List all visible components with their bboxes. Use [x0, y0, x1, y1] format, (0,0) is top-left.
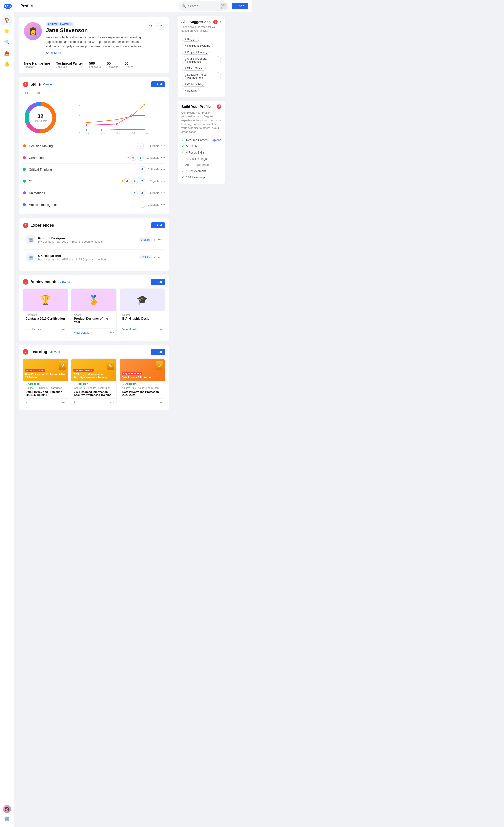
exp-title: UX Researcher: [38, 254, 136, 258]
meta-jobrole: Technical Writer Job Role: [56, 61, 83, 68]
achievement-body: Certificate Camtasia 2019 Certification: [23, 311, 68, 325]
learning-footer: ℹ •••: [71, 398, 116, 406]
svg-text:0: 0: [79, 132, 80, 134]
learning-title-overlay: 2024 Degreed Information Security Awaren…: [73, 373, 114, 379]
profile-actions: ⚙ •••: [147, 22, 164, 30]
achievement-menu-button[interactable]: •••: [62, 327, 66, 331]
skill-menu-button[interactable]: •••: [161, 144, 165, 148]
learning-menu-button[interactable]: •••: [159, 400, 162, 404]
exp-skills-button[interactable]: 3 Skills: [139, 237, 152, 242]
learning-add-button[interactable]: + Add: [151, 349, 165, 355]
check-icon: ✓: [122, 383, 124, 386]
build-profile-badge: 4: [217, 104, 222, 109]
verified-text: VERIFIED: [29, 383, 40, 386]
suggestion-pill[interactable]: +Software Project Management: [182, 72, 221, 80]
sidebar-item-star[interactable]: ⭐: [2, 26, 12, 36]
achievements-header: 6 Achievements View All + Add: [23, 279, 165, 285]
build-item-add[interactable]: + Add 1 Experience: [181, 162, 222, 168]
show-more-link[interactable]: Show More: [46, 51, 143, 54]
search-shortcut: Ctrl K: [220, 3, 227, 9]
suggestion-pill[interactable]: +Office Online: [182, 65, 206, 70]
learning-menu-button[interactable]: •••: [62, 400, 66, 404]
skills-view-all[interactable]: View All: [43, 83, 54, 86]
learning-menu-button[interactable]: •••: [110, 400, 114, 404]
sidebar-item-settings[interactable]: ⚙️›: [2, 814, 12, 824]
skill-menu-button[interactable]: •••: [161, 191, 165, 195]
skill-dot: [23, 156, 26, 159]
skill-menu-button[interactable]: •••: [161, 179, 165, 183]
achievement-body: Award Product Designer of the Year: [71, 311, 116, 329]
suggestion-pill[interactable]: +Web Usability: [182, 82, 207, 87]
suggestions-chevron[interactable]: ∧: [219, 20, 222, 23]
search-bar[interactable]: 🔍 Ctrl K: [178, 1, 228, 11]
skill-menu-button[interactable]: •••: [161, 156, 165, 160]
sidebar-item-search[interactable]: 🔍: [2, 37, 12, 47]
exp-menu-button[interactable]: •••: [158, 255, 162, 259]
svg-text:Jul: Jul: [87, 132, 90, 134]
exp-chevron[interactable]: ∨: [154, 255, 156, 259]
achievements-add-button[interactable]: + Add: [151, 279, 165, 285]
skill-badge: 4: [131, 190, 138, 196]
suggestion-pill[interactable]: +Artificial General Intelligence: [182, 56, 221, 64]
tab-top[interactable]: Top: [23, 91, 29, 96]
view-details-button[interactable]: View Details: [26, 328, 41, 331]
build-item-label: Resume Parsed: [186, 138, 208, 142]
exp-chevron[interactable]: ∨: [154, 238, 156, 241]
build-item-label: 43 Skill Ratings: [186, 157, 207, 160]
learning-body: ✓ VERIFIED Course · 0.58 hours · LearnUp…: [120, 381, 165, 398]
suggestion-pill[interactable]: +Intelligent Systems: [182, 43, 213, 48]
suggestion-pill[interactable]: +Project Planning: [182, 50, 210, 54]
sidebar-item-bell[interactable]: 🔔: [2, 59, 12, 69]
suggestion-pill[interactable]: +Blogger: [182, 37, 199, 42]
exp-actions: 3 Skills ∨ •••: [139, 255, 162, 259]
skill-menu-button[interactable]: •••: [161, 167, 165, 172]
check-icon: ✓: [74, 383, 76, 386]
search-input[interactable]: [188, 4, 218, 8]
skill-badge: 5: [137, 154, 144, 161]
sidebar-avatar[interactable]: 👩: [3, 805, 11, 813]
sidebar-item-inbox[interactable]: 📥›: [2, 48, 12, 58]
achievements-view-all[interactable]: View All: [60, 280, 70, 284]
add-button[interactable]: + Add: [232, 2, 248, 9]
svg-point-32: [131, 129, 132, 130]
more-options-button[interactable]: •••: [157, 22, 164, 30]
experiences-section: 5 Experiences + Add 🏢 Product Designer M…: [19, 218, 169, 271]
skill-menu-button[interactable]: •••: [161, 203, 165, 207]
sidebar-item-home[interactable]: 🏠: [2, 15, 12, 25]
suggestion-pill[interactable]: +Usability: [182, 88, 200, 93]
experiences-add-button[interactable]: + Add: [151, 223, 165, 228]
achievement-icon: 🏆: [40, 295, 51, 305]
view-details-button[interactable]: View Details: [122, 328, 137, 331]
learning-body: ✓ VERIFIED Course · 0.58 hours · LearnUp…: [23, 381, 68, 398]
meta-following: 55 Following: [107, 61, 118, 68]
achievement-body: Degree B.A. Graphic Design: [120, 311, 165, 325]
experiences-title: Experiences: [31, 223, 54, 228]
build-item: ✓ 1 Achievement: [181, 168, 222, 174]
skill-badge: 5: [137, 143, 144, 149]
skill-name: Chameleon: [29, 156, 126, 160]
skills-add-button[interactable]: + Add: [151, 81, 165, 87]
learning-view-all[interactable]: View All: [50, 350, 60, 354]
inbox-chevron: ›: [10, 52, 11, 54]
tab-focus[interactable]: Focus: [33, 91, 42, 96]
skill-suggestions-title: Skill Suggestions 3 ∧: [181, 19, 222, 24]
build-item: ✓ 54 Skills: [181, 143, 222, 149]
view-details-button[interactable]: View Details: [74, 331, 89, 334]
skill-badge[interactable]: +: [139, 201, 146, 208]
info-icon[interactable]: ℹ: [26, 400, 27, 404]
learning-meta: Course · 0.58 hours · LearnUpon: [26, 387, 65, 389]
main-content: 👩 ACTIVE LEARNER Jane Stevenson I'm a se…: [14, 12, 174, 827]
skill-badge: 3: [139, 190, 146, 196]
check-icon: ✓: [181, 169, 184, 173]
info-icon[interactable]: ℹ: [74, 400, 75, 404]
exp-menu-button[interactable]: •••: [158, 238, 162, 242]
exp-skills-button[interactable]: 3 Skills: [139, 255, 152, 259]
info-icon[interactable]: ℹ: [122, 400, 124, 404]
svg-point-20: [101, 120, 102, 122]
achievement-menu-button[interactable]: •••: [110, 331, 114, 335]
gear-button[interactable]: ⚙: [147, 22, 155, 30]
svg-text:Nov: Nov: [144, 132, 148, 134]
achievement-menu-button[interactable]: •••: [159, 327, 162, 331]
skills-list: Decision Making 5 12 Signals ••• Chamele…: [23, 140, 165, 210]
upload-link[interactable]: Upload: [212, 138, 222, 142]
